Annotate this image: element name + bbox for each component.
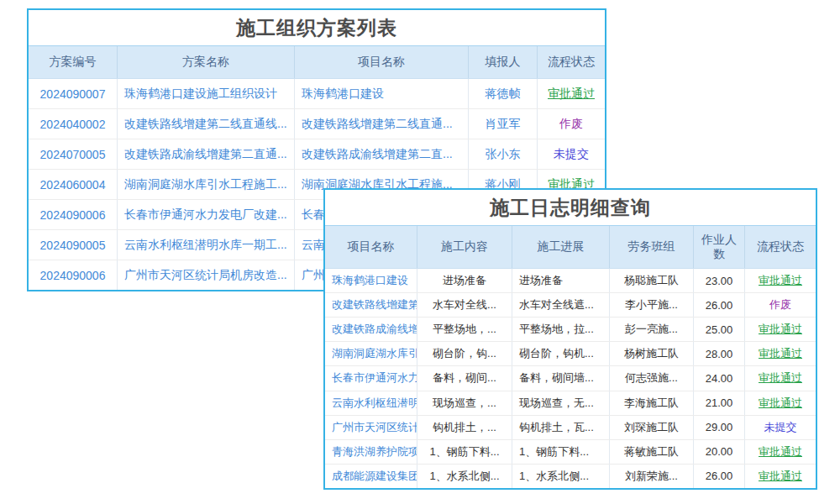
- progress-cell: 水车对全线遮...: [512, 293, 610, 317]
- table-row[interactable]: 改建铁路线增建第二线 水车对全线... 水车对全线遮... 李小平施... 26…: [325, 293, 816, 318]
- log-query-window: 施工日志明细查询 项目名称 施工内容 施工进展 劳务班组 作业人数 流程状态 珠…: [323, 188, 817, 490]
- status-badge[interactable]: 审批通过: [745, 342, 816, 365]
- team-cell: 杨聪施工队: [610, 269, 694, 292]
- project-name-cell[interactable]: 成都能源建设集团: [325, 465, 417, 488]
- table-row[interactable]: 广州市天河区统计局机 钩机排土，... 钩机排土，瓦... 刘琛施工队 29.0…: [325, 416, 816, 440]
- progress-cell: 1、水系北侧...: [512, 465, 610, 488]
- reporter-cell: 蒋德帧: [469, 79, 538, 108]
- progress-cell: 砌台阶，钩机...: [512, 342, 610, 365]
- status-badge[interactable]: 审批通过: [745, 269, 816, 292]
- plan-name-cell[interactable]: 珠海鹤港口建设施工组织设计: [118, 79, 295, 108]
- table-row[interactable]: 2024070005 改建铁路成渝线增建第二直通... 改建铁路成渝线增建第二直…: [29, 139, 605, 170]
- content-cell: 1、钢筋下料...: [417, 440, 512, 464]
- workers-cell: 25.00: [694, 318, 745, 341]
- plan-id-cell[interactable]: 2024070005: [29, 139, 118, 169]
- log-header-progress: 施工进展: [512, 226, 610, 268]
- status-badge[interactable]: 作废: [745, 293, 816, 317]
- plan-list-title: 施工组织方案列表: [29, 10, 605, 46]
- plan-name-cell[interactable]: 湖南洞庭湖水库引水工程施工...: [118, 170, 295, 199]
- progress-cell: 钩机排土，瓦...: [512, 416, 610, 439]
- log-header-status: 流程状态: [745, 226, 816, 268]
- log-query-header-row: 项目名称 施工内容 施工进展 劳务班组 作业人数 流程状态: [325, 226, 816, 269]
- status-badge[interactable]: 审批通过: [538, 79, 605, 108]
- progress-cell: 平整场地，拉...: [512, 318, 610, 341]
- table-row[interactable]: 湖南洞庭湖水库引水工 砌台阶，钩... 砌台阶，钩机... 杨树施工队 28.0…: [325, 342, 816, 366]
- table-row[interactable]: 青海洪湖养护院项目 1、钢筋下料... 1、钢筋下料... 蒋敏施工队 20.0…: [325, 440, 816, 465]
- team-cell: 彭一亮施...: [610, 318, 694, 341]
- plan-list-header-row: 方案编号 方案名称 项目名称 填报人 流程状态: [29, 46, 605, 79]
- progress-cell: 备料，砌间墙...: [512, 366, 610, 390]
- content-cell: 进场准备: [417, 269, 512, 292]
- status-badge[interactable]: 审批通过: [745, 440, 816, 464]
- page: 施工组织方案列表 方案编号 方案名称 项目名称 填报人 流程状态 2024090…: [0, 0, 840, 504]
- project-name-cell[interactable]: 湖南洞庭湖水库引水工: [325, 342, 417, 365]
- workers-cell: 28.00: [694, 342, 745, 365]
- workers-cell: 26.00: [694, 293, 745, 317]
- progress-cell: 现场巡查，无...: [512, 391, 610, 415]
- status-badge[interactable]: 未提交: [745, 416, 816, 439]
- status-badge[interactable]: 审批通过: [745, 318, 816, 341]
- project-name-cell[interactable]: 长春市伊通河水力发电: [325, 366, 417, 390]
- plan-id-cell[interactable]: 2024090006: [29, 200, 118, 229]
- table-row[interactable]: 改建铁路成渝线增建第 平整场地，... 平整场地，拉... 彭一亮施... 25…: [325, 318, 816, 342]
- team-cell: 何志强施...: [610, 366, 694, 390]
- content-cell: 现场巡查，...: [417, 391, 512, 415]
- team-cell: 蒋敏施工队: [610, 440, 694, 464]
- log-header-team: 劳务班组: [610, 226, 694, 268]
- team-cell: 杨树施工队: [610, 342, 694, 365]
- status-badge[interactable]: 审批通过: [745, 465, 816, 488]
- plan-name-cell[interactable]: 长春市伊通河水力发电厂改建...: [118, 200, 295, 229]
- content-cell: 平整场地，...: [417, 318, 512, 341]
- table-row[interactable]: 2024040002 改建铁路线增建第二线直通线... 改建铁路线增建第二线直通…: [29, 109, 605, 139]
- status-badge[interactable]: 未提交: [538, 139, 605, 169]
- project-name-cell[interactable]: 改建铁路线增建第二线直通...: [295, 109, 469, 139]
- team-cell: 李海施工队: [610, 391, 694, 415]
- workers-cell: 29.00: [694, 416, 745, 439]
- project-name-cell[interactable]: 改建铁路成渝线增建第: [325, 318, 417, 341]
- progress-cell: 进场准备: [512, 269, 610, 292]
- plan-list-header-status: 流程状态: [538, 46, 605, 78]
- status-badge[interactable]: 审批通过: [745, 391, 816, 415]
- table-row[interactable]: 2024090007 珠海鹤港口建设施工组织设计 珠海鹤港口建设 蒋德帧 审批通…: [29, 79, 605, 109]
- project-name-cell[interactable]: 青海洪湖养护院项目: [325, 440, 417, 464]
- project-name-cell[interactable]: 珠海鹤港口建设: [325, 269, 417, 292]
- status-badge[interactable]: 作废: [538, 109, 605, 139]
- log-header-content: 施工内容: [417, 226, 512, 268]
- project-name-cell[interactable]: 珠海鹤港口建设: [295, 79, 469, 108]
- project-name-cell[interactable]: 广州市天河区统计局机: [325, 416, 417, 439]
- plan-id-cell[interactable]: 2024060004: [29, 170, 118, 199]
- plan-id-cell[interactable]: 2024090007: [29, 79, 118, 108]
- status-badge[interactable]: 审批通过: [745, 366, 816, 390]
- log-header-project-name: 项目名称: [325, 226, 417, 268]
- workers-cell: 23.00: [694, 269, 745, 292]
- workers-cell: 26.00: [694, 465, 745, 488]
- reporter-cell: 张小东: [469, 139, 538, 169]
- table-row[interactable]: 长春市伊通河水力发电 备料，砌间... 备料，砌间墙... 何志强施... 24…: [325, 366, 816, 391]
- table-row[interactable]: 成都能源建设集团 1、水系北侧... 1、水系北侧... 刘新荣施... 26.…: [325, 465, 816, 488]
- plan-name-cell[interactable]: 云南水利枢纽潜明水库一期工...: [118, 230, 295, 260]
- team-cell: 李小平施...: [610, 293, 694, 317]
- progress-cell: 1、钢筋下料...: [512, 440, 610, 464]
- workers-cell: 21.00: [694, 391, 745, 415]
- project-name-cell[interactable]: 云南水利枢纽潜明水库: [325, 391, 417, 415]
- reporter-cell: 肖亚军: [469, 109, 538, 139]
- team-cell: 刘新荣施...: [610, 465, 694, 488]
- log-header-workers: 作业人数: [694, 226, 745, 268]
- project-name-cell[interactable]: 改建铁路成渝线增建第二直...: [295, 139, 469, 169]
- plan-name-cell[interactable]: 广州市天河区统计局机房改造...: [118, 260, 295, 290]
- table-row[interactable]: 云南水利枢纽潜明水库 现场巡查，... 现场巡查，无... 李海施工队 21.0…: [325, 391, 816, 416]
- plan-list-header-plan-id: 方案编号: [29, 46, 118, 78]
- plan-id-cell[interactable]: 2024090005: [29, 230, 118, 260]
- plan-name-cell[interactable]: 改建铁路线增建第二线直通线...: [118, 109, 295, 139]
- content-cell: 1、水系北侧...: [417, 465, 512, 488]
- content-cell: 备料，砌间...: [417, 366, 512, 390]
- content-cell: 砌台阶，钩...: [417, 342, 512, 365]
- content-cell: 水车对全线...: [417, 293, 512, 317]
- project-name-cell[interactable]: 改建铁路线增建第二线: [325, 293, 417, 317]
- plan-id-cell[interactable]: 2024040002: [29, 109, 118, 139]
- workers-cell: 20.00: [694, 440, 745, 464]
- plan-list-header-project-name: 项目名称: [295, 46, 469, 78]
- table-row[interactable]: 珠海鹤港口建设 进场准备 进场准备 杨聪施工队 23.00 审批通过: [325, 269, 816, 293]
- plan-id-cell[interactable]: 2024090006: [29, 260, 118, 290]
- plan-name-cell[interactable]: 改建铁路成渝线增建第二直通...: [118, 139, 295, 169]
